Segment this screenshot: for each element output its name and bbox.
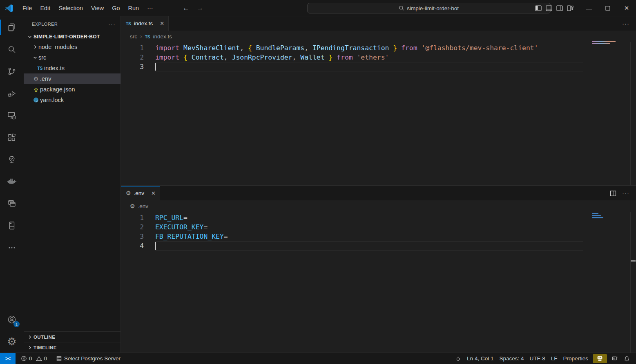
maximize-button[interactable] — [598, 0, 617, 16]
tree-item-src[interactable]: src — [24, 52, 121, 63]
activitybar-item-tree[interactable] — [0, 149, 24, 171]
breadcrumb[interactable]: ⚙.env — [121, 200, 636, 212]
layout-customize-icon[interactable] — [567, 5, 574, 11]
code-editor[interactable]: 1RPC_URL=2EXECUTOR_KEY=3FB_REPUTATION_KE… — [121, 212, 636, 251]
minimap-line — [592, 213, 598, 214]
indentation-status[interactable]: Spaces: 4 — [496, 354, 527, 363]
bell-icon — [624, 355, 630, 362]
tree-item--env[interactable]: ⚙.env — [24, 73, 121, 84]
scrollbar[interactable] — [630, 42, 636, 185]
token-plain: , — [240, 44, 248, 52]
tree-item-package-json[interactable]: {}package.json — [24, 84, 121, 95]
layout-sidebar-right-icon[interactable] — [556, 5, 563, 11]
menu-item-selection[interactable]: Selection — [54, 3, 87, 13]
activitybar-item-settings[interactable]: ⚙ — [0, 331, 24, 353]
activitybar-item-explorer[interactable] — [0, 16, 24, 38]
activitybar-item-accounts[interactable]: 1 — [0, 309, 24, 331]
tree-item-yarn-lock[interactable]: yarn.lock — [24, 95, 121, 105]
menu-item-edit[interactable]: Edit — [36, 3, 54, 13]
tree-icon — [7, 155, 17, 164]
cursor-position-status[interactable]: Ln 4, Col 1 — [464, 354, 496, 363]
problems-status[interactable]: 0 0 — [18, 354, 50, 363]
server-icon — [56, 355, 62, 362]
minimap[interactable] — [591, 16, 630, 185]
warning-icon — [36, 355, 42, 362]
copilot-status[interactable] — [593, 354, 607, 363]
tree-item-label: package.json — [40, 86, 75, 93]
line-number: 2 — [121, 222, 144, 232]
notifications-status[interactable] — [621, 354, 633, 363]
forward-arrow-icon[interactable]: → — [196, 4, 203, 12]
back-arrow-icon[interactable]: ← — [183, 4, 190, 12]
token-brace: } — [325, 53, 333, 61]
remote-indicator[interactable]: >< — [0, 353, 16, 364]
settings-gear-icon: ⚙ — [7, 335, 16, 348]
line-number: 4 — [121, 241, 144, 251]
minimize-button[interactable]: — — [580, 0, 598, 16]
token-var: IPendingTransaction — [312, 44, 389, 52]
chevron-right-icon — [26, 345, 33, 350]
cursor-position-label: Ln 4, Col 1 — [467, 355, 493, 362]
line-number: 1 — [121, 43, 144, 53]
activity-bar: 1⚙ — [0, 16, 24, 353]
close-button[interactable]: ✕ — [617, 0, 636, 16]
line-number: 3 — [121, 232, 144, 241]
layout-panel-icon[interactable] — [546, 5, 552, 11]
activitybar-item-windows[interactable] — [0, 193, 24, 215]
breadcrumb-item[interactable]: src — [130, 33, 137, 40]
activitybar-item-more[interactable] — [0, 237, 24, 259]
ports-status[interactable] — [452, 354, 464, 363]
eol-status[interactable]: LF — [548, 354, 560, 363]
breadcrumb-item[interactable]: .env — [138, 203, 149, 209]
language-mode-status[interactable]: Properties — [560, 354, 591, 363]
activitybar-item-container[interactable] — [0, 215, 24, 237]
activitybar-item-docker[interactable] — [0, 171, 24, 193]
explorer-more-actions-icon[interactable]: ··· — [108, 21, 116, 28]
activitybar-item-extensions[interactable] — [0, 127, 24, 149]
encoding-status[interactable]: UTF-8 — [527, 354, 548, 363]
menu-item-go[interactable]: Go — [108, 3, 124, 13]
activitybar-item-run-debug[interactable] — [0, 82, 24, 104]
menu-item-[interactable]: ··· — [143, 3, 157, 13]
token-plain: , — [224, 53, 232, 61]
scrollbar-thumb[interactable] — [631, 260, 636, 262]
menu-item-view[interactable]: View — [87, 3, 108, 13]
tree-item-node-modules[interactable]: node_modules — [24, 42, 121, 52]
tab-close-icon[interactable]: ✕ — [160, 20, 164, 27]
minimap[interactable] — [591, 186, 630, 353]
docker-icon — [7, 177, 17, 186]
encoding-label: UTF-8 — [529, 355, 545, 362]
menu-item-run[interactable]: Run — [124, 3, 143, 13]
project-root-row[interactable]: SIMPLE-LIMIT-ORDER-BOT — [24, 32, 121, 42]
token-kw: import — [155, 53, 183, 61]
breadcrumb-item[interactable]: index.ts — [153, 33, 172, 40]
tab--env[interactable]: ⚙.env✕ — [121, 186, 160, 200]
code-text: import { Contract, JsonRpcProvider, Wall… — [144, 53, 389, 62]
minimap-line — [592, 217, 603, 218]
command-center-search[interactable]: simple-limit-order-bot — [307, 3, 551, 13]
token-var: BundleParams — [256, 44, 304, 52]
postgres-server-status[interactable]: Select Postgres Server — [53, 354, 123, 363]
project-name: SIMPLE-LIMIT-ORDER-BOT — [33, 34, 100, 40]
chevron-down-icon — [32, 55, 38, 60]
sidebar-section-label: OUTLINE — [33, 335, 55, 340]
menu-item-file[interactable]: File — [18, 3, 36, 13]
code-text: EXECUTOR_KEY= — [144, 222, 208, 232]
code-editor[interactable]: 1import MevShareClient, { BundleParams, … — [121, 42, 636, 71]
container-icon — [7, 221, 17, 231]
feedback-status[interactable] — [609, 354, 621, 363]
breadcrumb[interactable]: src›TSindex.ts — [121, 31, 636, 42]
activitybar-item-source-control[interactable] — [0, 60, 24, 82]
activitybar-item-remote-explorer[interactable] — [0, 104, 24, 127]
token-str: '@flashbots/mev-share-client' — [421, 44, 538, 52]
layout-sidebar-left-icon[interactable] — [535, 5, 542, 11]
tree-item-index-ts[interactable]: TSindex.ts — [24, 63, 121, 73]
scrollbar[interactable] — [630, 212, 636, 353]
tab-index-ts[interactable]: TSindex.ts✕ — [121, 16, 169, 31]
tree-item-label: node_modules — [38, 44, 77, 50]
tab-close-icon[interactable]: ✕ — [151, 190, 156, 196]
sidebar-section-outline[interactable]: OUTLINE — [24, 331, 121, 342]
activitybar-item-search[interactable] — [0, 38, 24, 60]
sidebar-section-timeline[interactable]: TIMELINE — [24, 342, 121, 353]
code-line: 2EXECUTOR_KEY= — [121, 222, 636, 232]
